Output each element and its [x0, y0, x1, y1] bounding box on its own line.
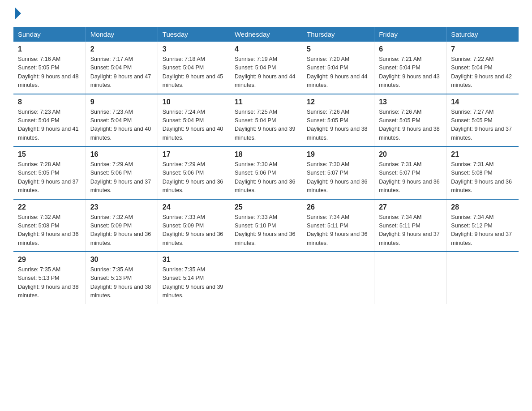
day-detail: Sunrise: 7:18 AMSunset: 5:04 PMDaylight:…	[163, 56, 223, 88]
calendar-cell: 22Sunrise: 7:32 AMSunset: 5:08 PMDayligh…	[13, 199, 86, 252]
day-number: 23	[90, 203, 153, 211]
day-detail: Sunrise: 7:17 AMSunset: 5:04 PMDaylight:…	[90, 56, 151, 88]
calendar-cell: 28Sunrise: 7:34 AMSunset: 5:12 PMDayligh…	[446, 199, 519, 252]
day-detail: Sunrise: 7:22 AMSunset: 5:04 PMDaylight:…	[451, 56, 512, 88]
calendar-cell: 27Sunrise: 7:34 AMSunset: 5:11 PMDayligh…	[374, 199, 446, 252]
calendar-cell: 18Sunrise: 7:30 AMSunset: 5:06 PMDayligh…	[230, 146, 302, 199]
header-day-tuesday: Tuesday	[158, 27, 230, 42]
calendar-cell: 13Sunrise: 7:26 AMSunset: 5:05 PMDayligh…	[374, 94, 446, 147]
calendar-week-row: 22Sunrise: 7:32 AMSunset: 5:08 PMDayligh…	[13, 199, 519, 252]
day-detail: Sunrise: 7:35 AMSunset: 5:13 PMDaylight:…	[90, 266, 151, 299]
day-number: 20	[379, 150, 442, 158]
day-detail: Sunrise: 7:32 AMSunset: 5:08 PMDaylight:…	[18, 214, 79, 246]
day-detail: Sunrise: 7:30 AMSunset: 5:06 PMDaylight:…	[235, 161, 296, 193]
calendar-cell: 3Sunrise: 7:18 AMSunset: 5:04 PMDaylight…	[158, 42, 230, 94]
header-day-monday: Monday	[86, 27, 158, 42]
day-number: 4	[235, 45, 297, 53]
day-detail: Sunrise: 7:30 AMSunset: 5:07 PMDaylight:…	[307, 161, 368, 193]
day-number: 25	[235, 203, 297, 211]
day-detail: Sunrise: 7:34 AMSunset: 5:12 PMDaylight:…	[451, 214, 512, 246]
day-number: 16	[90, 150, 153, 158]
day-detail: Sunrise: 7:26 AMSunset: 5:05 PMDaylight:…	[307, 109, 368, 141]
day-detail: Sunrise: 7:21 AMSunset: 5:04 PMDaylight:…	[379, 56, 440, 88]
day-number: 10	[163, 98, 225, 106]
calendar-cell: 1Sunrise: 7:16 AMSunset: 5:05 PMDaylight…	[13, 42, 86, 94]
calendar-header-row: SundayMondayTuesdayWednesdayThursdayFrid…	[13, 27, 519, 42]
day-detail: Sunrise: 7:32 AMSunset: 5:09 PMDaylight:…	[90, 214, 151, 246]
calendar-cell: 25Sunrise: 7:33 AMSunset: 5:10 PMDayligh…	[230, 199, 302, 252]
calendar-cell: 2Sunrise: 7:17 AMSunset: 5:04 PMDaylight…	[86, 42, 158, 94]
calendar-cell: 4Sunrise: 7:19 AMSunset: 5:04 PMDaylight…	[230, 42, 302, 94]
day-number: 14	[451, 98, 514, 106]
page-header	[13, 9, 519, 18]
calendar-cell: 29Sunrise: 7:35 AMSunset: 5:13 PMDayligh…	[13, 252, 86, 304]
header-day-friday: Friday	[374, 27, 446, 42]
calendar-cell	[374, 252, 446, 304]
calendar-cell: 16Sunrise: 7:29 AMSunset: 5:06 PMDayligh…	[86, 146, 158, 199]
day-detail: Sunrise: 7:25 AMSunset: 5:04 PMDaylight:…	[235, 109, 296, 141]
day-number: 31	[163, 256, 225, 264]
day-number: 11	[235, 98, 297, 106]
day-detail: Sunrise: 7:34 AMSunset: 5:11 PMDaylight:…	[307, 214, 368, 246]
day-number: 18	[235, 150, 297, 158]
logo-triangle-icon	[15, 7, 21, 20]
calendar-cell: 5Sunrise: 7:20 AMSunset: 5:04 PMDaylight…	[302, 42, 374, 94]
day-number: 1	[18, 45, 81, 53]
logo	[13, 9, 21, 18]
day-number: 22	[18, 203, 81, 211]
calendar-cell: 19Sunrise: 7:30 AMSunset: 5:07 PMDayligh…	[302, 146, 374, 199]
day-number: 8	[18, 98, 81, 106]
calendar-cell: 26Sunrise: 7:34 AMSunset: 5:11 PMDayligh…	[302, 199, 374, 252]
day-number: 24	[163, 203, 225, 211]
day-number: 15	[18, 150, 81, 158]
calendar-cell: 21Sunrise: 7:31 AMSunset: 5:08 PMDayligh…	[446, 146, 519, 199]
day-number: 19	[307, 150, 369, 158]
day-number: 2	[90, 45, 153, 53]
header-day-saturday: Saturday	[446, 27, 519, 42]
day-number: 6	[379, 45, 442, 53]
day-detail: Sunrise: 7:31 AMSunset: 5:08 PMDaylight:…	[451, 161, 512, 193]
day-detail: Sunrise: 7:19 AMSunset: 5:04 PMDaylight:…	[235, 56, 296, 88]
header-day-wednesday: Wednesday	[230, 27, 302, 42]
calendar-cell: 30Sunrise: 7:35 AMSunset: 5:13 PMDayligh…	[86, 252, 158, 304]
day-number: 3	[163, 45, 225, 53]
calendar-cell	[446, 252, 519, 304]
day-detail: Sunrise: 7:27 AMSunset: 5:05 PMDaylight:…	[451, 109, 512, 141]
day-detail: Sunrise: 7:33 AMSunset: 5:10 PMDaylight:…	[235, 214, 296, 246]
day-number: 9	[90, 98, 153, 106]
day-number: 28	[451, 203, 514, 211]
calendar-cell: 23Sunrise: 7:32 AMSunset: 5:09 PMDayligh…	[86, 199, 158, 252]
day-number: 27	[379, 203, 442, 211]
calendar-week-row: 8Sunrise: 7:23 AMSunset: 5:04 PMDaylight…	[13, 94, 519, 147]
calendar-cell	[230, 252, 302, 304]
day-detail: Sunrise: 7:29 AMSunset: 5:06 PMDaylight:…	[163, 161, 223, 193]
calendar-cell: 6Sunrise: 7:21 AMSunset: 5:04 PMDaylight…	[374, 42, 446, 94]
day-detail: Sunrise: 7:34 AMSunset: 5:11 PMDaylight:…	[379, 214, 440, 246]
calendar-week-row: 15Sunrise: 7:28 AMSunset: 5:05 PMDayligh…	[13, 146, 519, 199]
header-day-thursday: Thursday	[302, 27, 374, 42]
calendar-cell: 12Sunrise: 7:26 AMSunset: 5:05 PMDayligh…	[302, 94, 374, 147]
day-detail: Sunrise: 7:35 AMSunset: 5:14 PMDaylight:…	[163, 266, 223, 299]
day-number: 13	[379, 98, 442, 106]
calendar-cell: 24Sunrise: 7:33 AMSunset: 5:09 PMDayligh…	[158, 199, 230, 252]
calendar-cell: 31Sunrise: 7:35 AMSunset: 5:14 PMDayligh…	[158, 252, 230, 304]
day-detail: Sunrise: 7:35 AMSunset: 5:13 PMDaylight:…	[18, 266, 79, 299]
day-detail: Sunrise: 7:16 AMSunset: 5:05 PMDaylight:…	[18, 56, 79, 88]
calendar-cell: 11Sunrise: 7:25 AMSunset: 5:04 PMDayligh…	[230, 94, 302, 147]
calendar-cell	[302, 252, 374, 304]
day-detail: Sunrise: 7:31 AMSunset: 5:07 PMDaylight:…	[379, 161, 440, 193]
day-detail: Sunrise: 7:24 AMSunset: 5:04 PMDaylight:…	[163, 109, 223, 141]
day-number: 21	[451, 150, 514, 158]
calendar-week-row: 1Sunrise: 7:16 AMSunset: 5:05 PMDaylight…	[13, 42, 519, 94]
day-number: 5	[307, 45, 369, 53]
day-number: 7	[451, 45, 514, 53]
calendar-cell: 17Sunrise: 7:29 AMSunset: 5:06 PMDayligh…	[158, 146, 230, 199]
calendar-cell: 15Sunrise: 7:28 AMSunset: 5:05 PMDayligh…	[13, 146, 86, 199]
calendar-cell: 20Sunrise: 7:31 AMSunset: 5:07 PMDayligh…	[374, 146, 446, 199]
day-number: 12	[307, 98, 369, 106]
calendar-table: SundayMondayTuesdayWednesdayThursdayFrid…	[13, 27, 519, 304]
day-detail: Sunrise: 7:23 AMSunset: 5:04 PMDaylight:…	[90, 109, 151, 141]
calendar-week-row: 29Sunrise: 7:35 AMSunset: 5:13 PMDayligh…	[13, 252, 519, 304]
day-number: 26	[307, 203, 369, 211]
day-detail: Sunrise: 7:20 AMSunset: 5:04 PMDaylight:…	[307, 56, 368, 88]
